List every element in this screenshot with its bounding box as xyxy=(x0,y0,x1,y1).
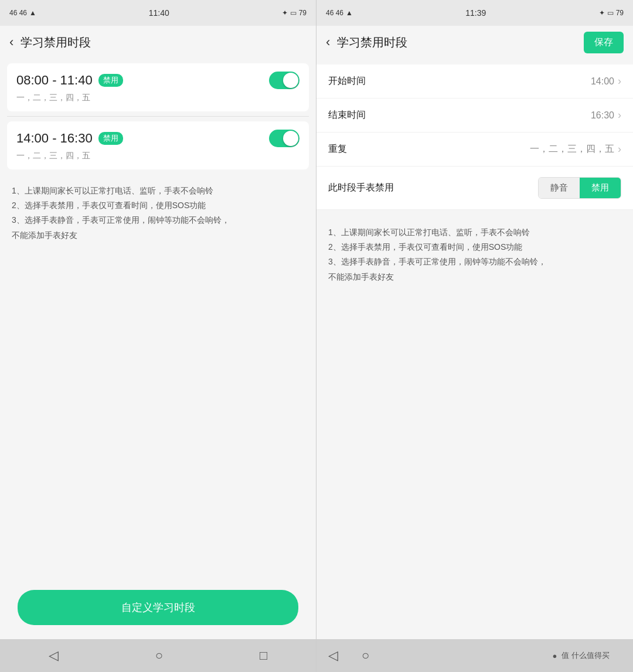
watermark-area: ● 值 什么值得买 xyxy=(541,650,621,661)
right-wifi-icon: ▲ xyxy=(346,9,353,17)
save-button[interactable]: 保存 xyxy=(584,32,624,53)
schedule-item-2: 14:00 - 16:30 禁用 一，二，三，四，五 xyxy=(7,121,309,169)
right-content: 开始时间 14:00 › 结束时间 16:30 › 重复 一，二，三，四，五 xyxy=(316,59,633,639)
left-info-section: 1、上课期间家长可以正常打电话、监听，手表不会响铃2、选择手表禁用，手表仅可查看… xyxy=(0,174,316,252)
repeat-value-row: 一，二，三，四，五 › xyxy=(530,143,621,155)
right-battery-icon: ▭ xyxy=(607,9,614,17)
repeat-row[interactable]: 重复 一，二，三，四，五 › xyxy=(316,133,633,167)
mode-silent-button[interactable]: 静音 xyxy=(539,178,580,198)
left-page-title: 学习禁用时段 xyxy=(21,35,91,50)
schedule-toggle-1[interactable] xyxy=(269,72,300,89)
schedule-badge-2: 禁用 xyxy=(98,132,123,145)
signal-text: 46 46 xyxy=(9,9,27,17)
start-time-value-row: 14:00 › xyxy=(591,75,621,87)
start-time-chevron-icon: › xyxy=(618,75,621,87)
right-time: 11:39 xyxy=(465,8,486,18)
time-badge-2: 14:00 - 16:30 禁用 xyxy=(16,131,123,146)
right-signal: 46 46 ▲ xyxy=(326,9,353,17)
right-signal-text: 46 46 xyxy=(326,9,343,17)
wifi-icon: ▲ xyxy=(29,9,36,17)
left-signal: 46 46 ▲ xyxy=(9,9,36,17)
schedule-time-2: 14:00 - 16:30 xyxy=(16,131,93,146)
right-page-title: 学习禁用时段 xyxy=(337,35,407,50)
mode-disable-button[interactable]: 禁用 xyxy=(580,178,621,198)
end-time-chevron-icon: › xyxy=(618,109,621,121)
left-phone-panel: 46 46 ▲ 11:40 ✦ ▭ 79 ‹ 学习禁用时段 08:00 - 11… xyxy=(0,0,316,672)
right-home-nav-icon[interactable]: ○ xyxy=(362,648,369,663)
left-content: 08:00 - 11:40 禁用 一，二，三，四，五 14:00 - 16:30… xyxy=(0,59,316,639)
battery-icon: ▭ xyxy=(290,9,297,17)
left-status-bar: 46 46 ▲ 11:40 ✦ ▭ 79 xyxy=(0,0,316,26)
repeat-value: 一，二，三，四，五 xyxy=(530,143,614,155)
watermark-text: 值 什么值得买 xyxy=(561,650,610,661)
left-info-text: 1、上课期间家长可以正常打电话、监听，手表不会响铃2、选择手表禁用，手表仅可查看… xyxy=(12,184,304,243)
right-info-section: 1、上课期间家长可以正常打电话、监听，手表不会响铃2、选择手表禁用，手表仅可查看… xyxy=(316,216,633,294)
disable-mode-label: 此时段手表禁用 xyxy=(328,182,394,194)
battery-level: 79 xyxy=(299,9,307,17)
right-back-button[interactable]: ‹ xyxy=(326,35,330,50)
schedule-row-2: 14:00 - 16:30 禁用 xyxy=(16,130,300,147)
start-time-label: 开始时间 xyxy=(328,75,366,87)
start-time-row[interactable]: 开始时间 14:00 › xyxy=(316,65,633,99)
left-back-nav-icon[interactable]: ◁ xyxy=(49,648,59,663)
disable-mode-row: 此时段手表禁用 静音 禁用 xyxy=(316,167,633,210)
schedule-days-1: 一，二，三，四，五 xyxy=(16,93,300,103)
right-status-icons: ✦ ▭ 79 xyxy=(599,9,624,17)
right-battery-level: 79 xyxy=(616,9,624,17)
bluetooth-icon: ✦ xyxy=(282,9,288,17)
schedule-row-1: 08:00 - 11:40 禁用 xyxy=(16,72,300,89)
start-time-value: 14:00 xyxy=(591,76,614,87)
schedule-time-1: 08:00 - 11:40 xyxy=(16,73,93,88)
right-info-text: 1、上课期间家长可以正常打电话、监听，手表不会响铃2、选择手表禁用，手表仅可查看… xyxy=(328,225,621,284)
end-time-row[interactable]: 结束时间 16:30 › xyxy=(316,99,633,133)
mode-selector: 静音 禁用 xyxy=(538,177,621,199)
time-badge-1: 08:00 - 11:40 禁用 xyxy=(16,73,123,88)
settings-group: 开始时间 14:00 › 结束时间 16:30 › 重复 一，二，三，四，五 xyxy=(316,65,633,210)
schedule-badge-1: 禁用 xyxy=(98,74,123,87)
right-phone-panel: 46 46 ▲ 11:39 ✦ ▭ 79 ‹ 学习禁用时段 保存 开始时间 14… xyxy=(316,0,633,672)
right-status-bar: 46 46 ▲ 11:39 ✦ ▭ 79 xyxy=(316,0,633,26)
right-bluetooth-icon: ✦ xyxy=(599,9,605,17)
left-nav-bar: ◁ ○ □ xyxy=(0,639,316,672)
repeat-label: 重复 xyxy=(328,143,347,155)
end-time-value-row: 16:30 › xyxy=(591,109,621,121)
add-schedule-button[interactable]: 自定义学习时段 xyxy=(18,590,298,625)
left-status-icons: ✦ ▭ 79 xyxy=(282,9,307,17)
right-nav-bar: ◁ ○ ● 值 什么值得买 xyxy=(316,639,633,672)
left-back-button[interactable]: ‹ xyxy=(9,35,13,50)
left-time: 11:40 xyxy=(149,8,169,18)
right-header: ‹ 学习禁用时段 保存 xyxy=(316,26,633,59)
watermark-icon: ● xyxy=(553,651,557,660)
left-home-nav-icon[interactable]: ○ xyxy=(155,648,163,663)
end-time-value: 16:30 xyxy=(591,110,614,121)
schedule-toggle-2[interactable] xyxy=(269,130,300,147)
end-time-label: 结束时间 xyxy=(328,109,366,121)
left-header: ‹ 学习禁用时段 xyxy=(0,26,316,59)
left-recent-nav-icon[interactable]: □ xyxy=(260,648,267,663)
repeat-chevron-icon: › xyxy=(618,143,621,155)
right-back-nav-icon[interactable]: ◁ xyxy=(328,648,338,663)
schedule-days-2: 一，二，三，四，五 xyxy=(16,151,300,161)
schedule-item-1: 08:00 - 11:40 禁用 一，二，三，四，五 xyxy=(7,63,309,111)
divider-1 xyxy=(7,116,309,117)
